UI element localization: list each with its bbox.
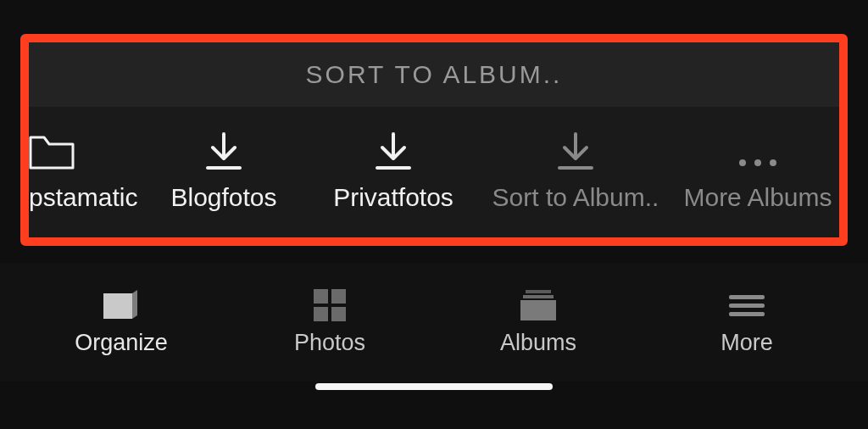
albums-icon bbox=[519, 289, 558, 321]
album-item-sort-to-album[interactable]: Sort to Album.. bbox=[478, 107, 673, 237]
tab-more[interactable]: More bbox=[643, 289, 851, 356]
sort-to-album-title: SORT TO ALBUM.. bbox=[306, 60, 563, 89]
svg-rect-14 bbox=[526, 290, 551, 293]
album-item-privatfotos[interactable]: Privatfotos bbox=[309, 107, 478, 237]
album-label: Sort to Album.. bbox=[492, 183, 659, 212]
tab-albums[interactable]: Albums bbox=[434, 289, 643, 356]
album-item-more-albums[interactable]: More Albums bbox=[673, 107, 839, 237]
svg-rect-16 bbox=[520, 300, 556, 320]
svg-point-6 bbox=[739, 159, 746, 166]
svg-rect-13 bbox=[331, 307, 346, 321]
tab-bar: Organize Photos Albums bbox=[0, 263, 868, 382]
sort-to-album-header[interactable]: SORT TO ALBUM.. bbox=[29, 42, 839, 107]
download-icon bbox=[554, 132, 597, 171]
album-label: Blogfotos bbox=[170, 183, 276, 212]
svg-rect-11 bbox=[331, 289, 346, 304]
svg-rect-10 bbox=[314, 289, 328, 304]
home-indicator bbox=[315, 383, 553, 390]
photos-icon bbox=[313, 289, 347, 321]
more-icon bbox=[734, 132, 782, 171]
album-item-pstamatic[interactable]: pstamatic bbox=[29, 107, 139, 237]
album-label: pstamatic bbox=[29, 183, 137, 212]
tab-label: Photos bbox=[294, 330, 365, 356]
download-icon bbox=[203, 132, 245, 171]
folder-icon bbox=[29, 132, 78, 171]
svg-rect-9 bbox=[103, 293, 132, 319]
more-menu-icon bbox=[727, 289, 766, 321]
svg-point-7 bbox=[754, 159, 761, 166]
download-icon bbox=[372, 132, 415, 171]
tab-photos[interactable]: Photos bbox=[225, 289, 434, 356]
svg-rect-18 bbox=[729, 304, 765, 308]
svg-rect-12 bbox=[314, 307, 328, 321]
tab-label: Albums bbox=[500, 330, 576, 356]
organize-icon bbox=[102, 289, 141, 321]
svg-rect-19 bbox=[729, 312, 765, 316]
svg-rect-15 bbox=[523, 295, 554, 298]
svg-rect-17 bbox=[729, 295, 765, 299]
tab-label: More bbox=[721, 330, 773, 356]
svg-point-8 bbox=[770, 159, 776, 166]
album-row: pstamatic Blogfotos Privatfotos bbox=[29, 107, 839, 237]
tab-label: Organize bbox=[75, 330, 168, 356]
album-label: More Albums bbox=[683, 183, 832, 212]
album-label: Privatfotos bbox=[333, 183, 453, 212]
tab-organize[interactable]: Organize bbox=[17, 289, 225, 356]
album-item-blogfotos[interactable]: Blogfotos bbox=[139, 107, 309, 237]
